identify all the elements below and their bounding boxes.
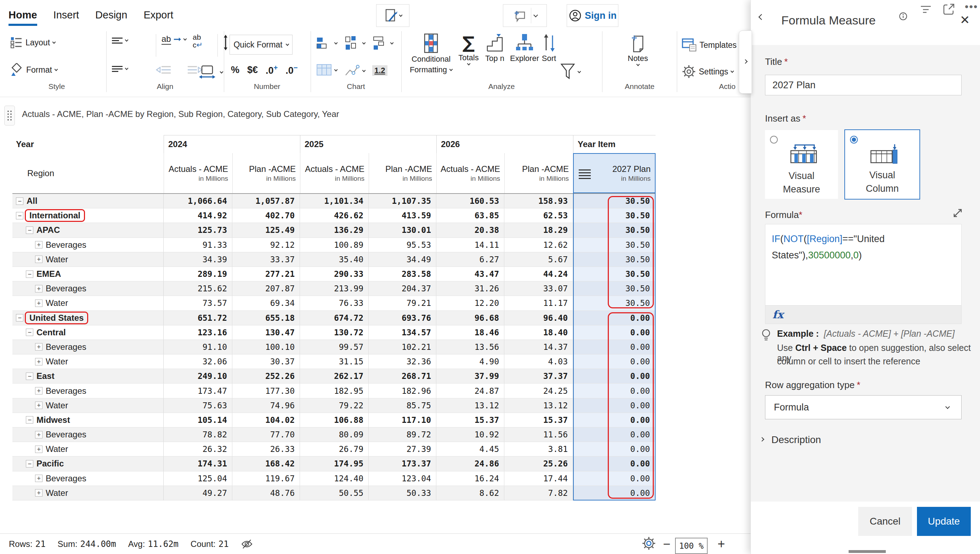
chart-type2-button[interactable] [344, 35, 365, 51]
value-cell[interactable]: 106.88 [300, 413, 369, 427]
number-display-button[interactable]: 1.2 [372, 65, 387, 76]
sparkline-button[interactable] [344, 64, 365, 78]
zoom-out-button[interactable]: − [663, 536, 670, 551]
quick-format-dropdown[interactable]: Quick Format [229, 35, 293, 54]
value-cell[interactable]: 651.72 [164, 311, 232, 325]
value-cell[interactable]: 18.29 [504, 223, 573, 237]
insert-as-visual-column-option[interactable]: Visual Column [844, 129, 920, 200]
filter-button[interactable] [560, 63, 581, 81]
table-settings-gear-icon[interactable] [642, 536, 656, 551]
value-cell[interactable]: 12.62 [504, 238, 573, 252]
row-label[interactable]: Midwest [37, 415, 70, 425]
value-cell[interactable]: 1,101.34 [300, 194, 369, 208]
formula-value-cell[interactable]: 30.50 [573, 194, 655, 208]
row-label[interactable]: Water [46, 298, 68, 308]
visual-drag-handle[interactable] [4, 105, 15, 126]
value-cell[interactable]: 85.75 [369, 398, 436, 413]
percent-button[interactable]: % [231, 64, 239, 75]
scrollbar-grip[interactable] [849, 550, 886, 553]
value-cell[interactable]: 75.63 [164, 398, 232, 413]
row-label[interactable]: EMEA [37, 269, 61, 279]
row-label[interactable]: Beverages [46, 284, 86, 294]
expand-icon[interactable]: + [35, 489, 43, 497]
horizontal-align-button[interactable] [112, 36, 128, 45]
value-cell[interactable]: 32.36 [369, 354, 436, 369]
chart-type3-button[interactable] [372, 35, 393, 51]
value-cell[interactable]: 34.49 [369, 252, 436, 267]
panel-expander-button[interactable] [739, 30, 752, 94]
value-cell[interactable]: 426.62 [300, 208, 369, 223]
column-header-2025-actuals[interactable]: Actuals - ACMEin Millions [300, 153, 369, 193]
value-cell[interactable]: 13.56 [436, 340, 504, 354]
value-cell[interactable]: 20.38 [436, 223, 504, 237]
row-label[interactable]: Beverages [46, 429, 86, 439]
table-style-button[interactable] [316, 64, 337, 77]
column-header-2026-plan[interactable]: Plan -ACMEin Millions [504, 153, 573, 193]
popout-icon[interactable] [942, 3, 955, 16]
value-cell[interactable]: 158.93 [504, 194, 573, 208]
value-cell[interactable]: 63.85 [436, 208, 504, 223]
value-cell[interactable]: 402.70 [232, 208, 300, 223]
value-cell[interactable]: 182.95 [300, 383, 369, 398]
formula-value-cell[interactable]: 0.00 [573, 326, 655, 340]
value-cell[interactable]: 173.37 [369, 457, 436, 471]
row-label[interactable]: Beverages [46, 342, 86, 352]
value-cell[interactable]: 105.14 [164, 413, 232, 427]
value-cell[interactable]: 69.34 [232, 296, 300, 310]
value-cell[interactable]: 10.92 [436, 428, 504, 442]
value-cell[interactable]: 268.71 [369, 369, 436, 383]
value-cell[interactable]: 674.72 [300, 311, 369, 325]
decimal-increase-button[interactable]: .0+ [266, 64, 278, 76]
value-cell[interactable]: 4.90 [436, 354, 504, 369]
column-header-2024-plan[interactable]: Plan -ACMEin Millions [232, 153, 300, 193]
hamburger-icon[interactable] [579, 168, 591, 181]
tab-design[interactable]: Design [95, 9, 127, 26]
notes-button[interactable]: Notes [622, 34, 654, 65]
value-cell[interactable]: 123.04 [369, 471, 436, 485]
conditional-formatting-button[interactable]: Conditional Formatting [408, 34, 454, 74]
top-n-button[interactable]: Top n [482, 34, 507, 63]
formula-editor[interactable]: IF(NOT([Region]=="United States"),305000… [765, 224, 962, 305]
row-label[interactable]: Beverages [46, 474, 86, 484]
formula-column-header[interactable]: 2027 Plan in Millions [573, 153, 655, 193]
expand-icon[interactable]: + [35, 343, 43, 351]
value-cell[interactable]: 18.40 [504, 326, 573, 340]
value-cell[interactable]: 252.26 [232, 369, 300, 383]
value-cell[interactable]: 125.73 [164, 223, 232, 237]
close-icon[interactable]: ✕ [960, 13, 970, 27]
value-cell[interactable]: 92.12 [232, 238, 300, 252]
value-cell[interactable]: 44.24 [504, 267, 573, 281]
expand-icon[interactable]: + [35, 402, 43, 409]
text-overflow-button[interactable]: ab [162, 34, 186, 45]
add-comment-button[interactable] [503, 4, 547, 27]
expand-icon[interactable]: + [35, 255, 43, 263]
value-cell[interactable]: 124.40 [300, 471, 369, 485]
expand-icon[interactable]: + [35, 285, 43, 292]
chevron-down-icon[interactable] [533, 13, 538, 18]
expand-icon[interactable]: + [35, 387, 43, 394]
value-cell[interactable]: 49.27 [164, 486, 232, 500]
row-height-icon[interactable] [223, 35, 228, 50]
chart-type1-button[interactable] [316, 35, 337, 51]
value-cell[interactable]: 173.47 [164, 383, 232, 398]
expand-icon[interactable]: + [35, 300, 43, 307]
value-cell[interactable]: 30.37 [232, 354, 300, 369]
value-cell[interactable]: 91.33 [164, 238, 232, 252]
row-label[interactable]: International [25, 209, 85, 222]
expand-icon[interactable]: + [35, 358, 43, 366]
row-label[interactable]: Water [46, 356, 68, 367]
value-cell[interactable]: 12.20 [436, 296, 504, 310]
formula-value-cell[interactable]: 0.00 [573, 413, 655, 427]
value-cell[interactable]: 134.57 [369, 326, 436, 340]
format-button[interactable]: Format [10, 63, 57, 77]
zoom-in-button[interactable]: + [718, 536, 725, 551]
value-cell[interactable]: 13.12 [504, 398, 573, 413]
value-cell[interactable]: 100.89 [300, 238, 369, 252]
value-cell[interactable]: 50.55 [300, 486, 369, 500]
row-label[interactable]: United States [25, 311, 88, 324]
value-cell[interactable]: 62.53 [504, 208, 573, 223]
value-cell[interactable]: 26.32 [164, 442, 232, 456]
formula-value-cell[interactable]: 30.50 [573, 267, 655, 281]
formula-value-cell[interactable]: 0.00 [573, 340, 655, 354]
year-group-2026[interactable]: 2026 [436, 135, 573, 153]
